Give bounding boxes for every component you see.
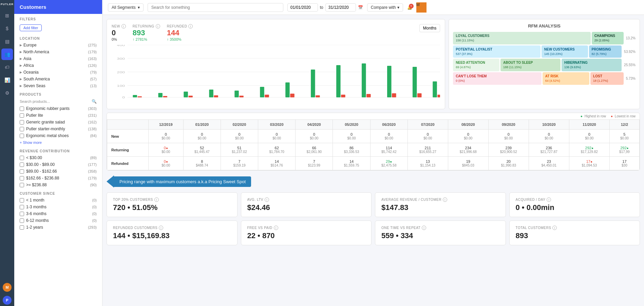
- revenue-89-162[interactable]: $89.00 - $162.66 (358): [14, 168, 102, 175]
- ref-08-2020: 19$845.03: [448, 157, 488, 170]
- since-label-1: < 1 month: [26, 198, 44, 203]
- products-search-icon[interactable]: 🔍: [92, 99, 97, 104]
- product-checkbox-2[interactable]: [20, 113, 24, 118]
- compare-button[interactable]: Compare with ▾: [367, 3, 403, 12]
- product-putler-starter[interactable]: Putler starter-monthly (138): [14, 126, 102, 132]
- svg-rect-13: [163, 96, 167, 97]
- metric-total-label: TOTAL CUSTOMERS i: [516, 226, 634, 230]
- new-03-2020: 0$0.00: [258, 130, 296, 143]
- since-checkbox-4[interactable]: [20, 218, 24, 223]
- since-checkbox-2[interactable]: [20, 205, 24, 209]
- table-row-label-refunded: Refunded: [107, 157, 149, 170]
- oceania-label: Oceania: [23, 70, 39, 75]
- rfm-row3-pct: 25.55%: [623, 59, 636, 71]
- settings-nav-item[interactable]: ⚙: [1, 87, 13, 99]
- bottom-avatar-icon[interactable]: P: [1, 294, 13, 306]
- new-info-icon[interactable]: i: [121, 24, 126, 28]
- dashboard-nav-item[interactable]: ⊞: [1, 10, 13, 21]
- table-legend: ● Highest in row ● Lowest in row: [107, 113, 640, 119]
- product-checkbox-1[interactable]: [20, 107, 24, 111]
- revenue-section-title: REVENUE CONTRIBUTION: [14, 146, 102, 154]
- since-label-3: 3-6 months: [26, 211, 46, 216]
- revenue-lt-30[interactable]: < $30.00 (89): [14, 154, 102, 161]
- svg-text:300: 300: [117, 57, 125, 61]
- ref-06-2020: 29●$2,475.58: [370, 157, 408, 170]
- rfm-new-customers: NEW CUSTOMERS145 (10.23%): [542, 45, 588, 58]
- table-header-11-2020: 11/2020: [569, 120, 609, 130]
- show-more-button[interactable]: + Show more: [14, 139, 102, 146]
- refunded-info-icon[interactable]: i: [188, 24, 193, 28]
- top20-info-icon[interactable]: i: [154, 197, 159, 202]
- revenue-checkbox-3[interactable]: [20, 169, 24, 174]
- rfm-about-to-sleep: ABOUT TO SLEEP188 (11.15%): [500, 59, 561, 71]
- location-asia[interactable]: ▶ Asia (163): [14, 55, 102, 62]
- product-checkbox-5[interactable]: [20, 134, 24, 138]
- since-1month[interactable]: < 1 month (0): [14, 197, 102, 204]
- customers-nav-item[interactable]: 👥: [1, 49, 13, 60]
- revenue-checkbox-4[interactable]: [20, 176, 24, 180]
- segment-selector[interactable]: All Segments ▾: [108, 3, 144, 12]
- revenue-gte-236[interactable]: >= $236.88 (90): [14, 181, 102, 188]
- product-generic-granite[interactable]: Generic granite salad (162): [14, 119, 102, 126]
- months-button[interactable]: Months: [419, 24, 440, 32]
- location-europe[interactable]: ▶ Europe (275): [14, 42, 102, 49]
- refunded-customers-info-icon[interactable]: i: [159, 226, 163, 230]
- date-to-input[interactable]: [325, 3, 356, 12]
- date-from-input[interactable]: [287, 3, 318, 12]
- arrow-shape: [107, 175, 114, 188]
- product-count-3: (162): [88, 120, 97, 124]
- metric-avg-revenue: AVERAGE REVENUE / CUSTOMER i $147.83: [375, 192, 506, 217]
- svg-rect-15: [188, 96, 192, 97]
- product-checkbox-3[interactable]: [20, 120, 24, 125]
- page-title: Customers: [14, 0, 102, 14]
- calendar-icon[interactable]: 📅: [358, 5, 363, 10]
- product-ergonomic-metal-shoes[interactable]: Ergonomic metal shoes (84): [14, 132, 102, 139]
- revenue-162-236[interactable]: $162.66 - $236.88 (179): [14, 175, 102, 181]
- table-header-12-2: 12/2: [609, 120, 639, 130]
- analytics-nav-item[interactable]: 📊: [1, 74, 13, 86]
- revenue-label-2: $30.00 - $89.00: [26, 162, 55, 167]
- revenue-checkbox-1[interactable]: [20, 156, 24, 160]
- total-customers-info-icon[interactable]: i: [552, 226, 557, 230]
- revenue-checkbox-5[interactable]: [20, 183, 24, 187]
- location-seven-seas[interactable]: ▶ Seven Seas (13): [14, 82, 102, 89]
- location-africa[interactable]: ▶ Africa (126): [14, 62, 102, 69]
- africa-count: (126): [88, 63, 97, 68]
- avg-ltv-info-icon[interactable]: i: [265, 197, 269, 202]
- one-time-info-icon[interactable]: i: [422, 226, 426, 230]
- ret-06-2020: 114$5,742.42: [370, 143, 408, 157]
- since-3-6months[interactable]: 3-6 months (0): [14, 210, 102, 217]
- since-checkbox-1[interactable]: [20, 198, 24, 203]
- location-south-america[interactable]: ▶ South America (57): [14, 76, 102, 82]
- product-putler-lite[interactable]: Putler lite (231): [14, 112, 102, 119]
- location-north-america[interactable]: ▶ North America (179): [14, 49, 102, 55]
- segment-label: All Segments: [112, 5, 136, 10]
- revenue-checkbox-2[interactable]: [20, 162, 24, 167]
- user-header-avatar[interactable]: M: [416, 2, 427, 13]
- since-count-1: (0): [92, 198, 97, 202]
- notification-bell[interactable]: 🔔 5: [407, 5, 412, 10]
- since-checkbox-3[interactable]: [20, 212, 24, 216]
- location-oceania[interactable]: ▶ Oceania (79): [14, 69, 102, 76]
- avg-revenue-info-icon[interactable]: i: [443, 197, 447, 202]
- search-input[interactable]: [148, 3, 283, 12]
- since-1-3months[interactable]: 1-3 months (0): [14, 204, 102, 210]
- product-ergonomic-rubber-pants[interactable]: Ergonomic rubber pants (303): [14, 105, 102, 112]
- since-checkbox-5[interactable]: [20, 225, 24, 230]
- sales-nav-item[interactable]: $: [1, 23, 13, 34]
- bar-chart-container: 400 300 200 100 0: [112, 45, 440, 104]
- revenue-30-89[interactable]: $30.00 - $89.00 (177): [14, 161, 102, 168]
- free-paid-info-icon[interactable]: i: [274, 226, 278, 230]
- acquired-day-info-icon[interactable]: i: [547, 197, 551, 202]
- products-nav-item[interactable]: 🏷: [1, 61, 13, 73]
- table-header-07-2020: 07/2020: [408, 120, 448, 130]
- since-1-2years[interactable]: 1-2 years (293): [14, 224, 102, 231]
- since-6-12months[interactable]: 6-12 months (0): [14, 217, 102, 224]
- add-filter-button[interactable]: Add filter: [20, 24, 42, 31]
- product-checkbox-4[interactable]: [20, 127, 24, 131]
- user-profile-icon[interactable]: M: [1, 282, 13, 293]
- orders-nav-item[interactable]: ▤: [1, 36, 13, 47]
- ret-03-2020: 62$1,784.70: [258, 143, 296, 157]
- returning-info-icon[interactable]: i: [156, 24, 160, 28]
- north-america-count: (179): [88, 50, 97, 54]
